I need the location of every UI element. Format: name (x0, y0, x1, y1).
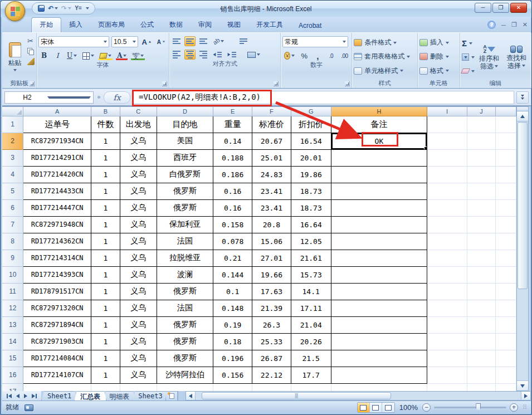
cell-F8[interactable]: 15.06 (252, 233, 291, 250)
cell-F13[interactable]: 26.3 (252, 316, 291, 333)
minimize-button[interactable]: ─ (475, 3, 491, 13)
cell-H10[interactable] (331, 266, 427, 283)
column-header-G[interactable]: G (291, 107, 331, 116)
close-button[interactable]: ✕ (510, 3, 527, 13)
cell-G12[interactable]: 17.11 (291, 300, 331, 316)
tab-insert[interactable]: 插入 (61, 18, 90, 32)
select-all-corner[interactable] (2, 107, 23, 116)
cell-E17[interactable] (213, 383, 252, 391)
row-header-1[interactable]: 1 (2, 116, 23, 133)
cell-K12[interactable] (496, 300, 516, 316)
cell-D16[interactable]: 沙特阿拉伯 (157, 367, 213, 383)
cell-B4[interactable]: 1 (91, 166, 120, 183)
row-header-3[interactable]: 3 (2, 149, 23, 166)
cell-J2[interactable] (467, 133, 496, 149)
row-header-5[interactable]: 5 (2, 183, 23, 199)
cell-D6[interactable]: 俄罗斯 (157, 199, 213, 216)
cell-H2[interactable]: OK (331, 133, 427, 149)
column-header-D[interactable]: D (157, 107, 213, 116)
row-header-15[interactable]: 15 (2, 350, 23, 367)
cell-J15[interactable] (467, 350, 496, 367)
cell-A12[interactable]: RC872971320CN (23, 300, 91, 316)
ribbon-close-icon[interactable]: ✕ (523, 21, 528, 28)
cell-J16[interactable] (467, 367, 496, 383)
page-layout-view-button[interactable] (370, 403, 382, 412)
cell-B15[interactable]: 1 (91, 350, 120, 367)
font-size-select[interactable]: 10.5 (111, 36, 138, 47)
row-header-10[interactable]: 10 (2, 266, 23, 283)
cell-K13[interactable] (496, 316, 516, 333)
font-color-button[interactable]: A (115, 51, 128, 61)
conditional-formatting-button[interactable]: 条件格式 (354, 37, 415, 48)
cell-A5[interactable]: RD177214433CN (23, 183, 91, 199)
cell-F12[interactable]: 21.39 (252, 300, 291, 316)
cell-E2[interactable]: 0.14 (213, 133, 252, 149)
row-header-13[interactable]: 13 (2, 316, 23, 333)
accounting-format-button[interactable]: ¥ (282, 51, 296, 61)
sheet-tab-sheet3[interactable]: Sheet3 (132, 391, 168, 401)
cell-G11[interactable]: 14.1 (291, 283, 331, 300)
macro-record-icon[interactable] (25, 404, 33, 411)
cell-K5[interactable] (496, 183, 516, 199)
font-dialog-launcher[interactable] (162, 81, 167, 86)
ribbon-restore-icon[interactable]: ❐ (511, 21, 517, 28)
cell-A13[interactable]: RC872971894CN (23, 316, 91, 333)
copy-icon[interactable] (27, 48, 34, 55)
resize-grip[interactable]: ⠿ (523, 404, 528, 411)
cell-F5[interactable]: 23.41 (252, 183, 291, 199)
cell-B1[interactable]: 件数 (91, 116, 120, 133)
cell-E16[interactable]: 0.156 (213, 367, 252, 383)
cell-E5[interactable]: 0.16 (213, 183, 252, 199)
cell-A3[interactable]: RD177214291CN (23, 149, 91, 166)
cell-F15[interactable]: 26.87 (252, 350, 291, 367)
cell-D11[interactable]: 俄罗斯 (157, 283, 213, 300)
insert-cells-button[interactable]: 插入 (419, 37, 458, 48)
bold-button[interactable]: B (38, 51, 50, 61)
cell-J8[interactable] (467, 233, 496, 250)
cell-K17[interactable] (496, 383, 516, 391)
cell-G4[interactable]: 19.86 (291, 166, 331, 183)
cell-H3[interactable] (331, 149, 427, 166)
cell-I8[interactable] (427, 233, 467, 250)
tab-review[interactable]: 审阅 (191, 18, 219, 32)
cell-F4[interactable]: 24.83 (252, 166, 291, 183)
zoom-out-button[interactable]: − (422, 403, 431, 412)
cell-I2[interactable] (427, 133, 467, 149)
cell-G5[interactable]: 18.73 (291, 183, 331, 199)
cell-D12[interactable]: 法国 (157, 300, 213, 316)
cell-E15[interactable]: 0.196 (213, 350, 252, 367)
cell-C9[interactable]: 义乌 (120, 250, 157, 266)
cell-J9[interactable] (467, 250, 496, 266)
cell-F11[interactable]: 17.63 (252, 283, 291, 300)
cell-H5[interactable] (331, 183, 427, 199)
cell-D2[interactable]: 美国 (157, 133, 213, 149)
tab-home[interactable]: 开始 (31, 17, 61, 32)
cell-G6[interactable]: 18.73 (291, 199, 331, 216)
cell-D13[interactable]: 俄罗斯 (157, 316, 213, 333)
row-header-6[interactable]: 6 (2, 199, 23, 216)
cell-C15[interactable]: 义乌 (120, 350, 157, 367)
cell-K1[interactable] (496, 116, 516, 133)
cell-B11[interactable]: 1 (91, 283, 120, 300)
cell-D10[interactable]: 波澜 (157, 266, 213, 283)
formula-input[interactable]: =VLOOKUP(A2,明细表!A:B,2,0) (133, 91, 514, 104)
cell-F9[interactable]: 27.01 (252, 250, 291, 266)
column-header-F[interactable]: F (252, 107, 291, 116)
cell-K9[interactable] (496, 250, 516, 266)
cell-H13[interactable] (331, 316, 427, 333)
help-icon[interactable]: ? (487, 21, 496, 29)
cell-H6[interactable] (331, 199, 427, 216)
cell-E7[interactable]: 0.158 (213, 216, 252, 233)
column-header-A[interactable]: A (23, 107, 91, 116)
decrease-indent-button[interactable] (211, 50, 223, 60)
number-format-select[interactable]: 常规 (282, 36, 348, 47)
phonetic-button[interactable]: wén文 (130, 51, 145, 61)
paste-button[interactable]: 粘贴 (4, 35, 26, 79)
cell-D9[interactable]: 拉脱维亚 (157, 250, 213, 266)
cell-J5[interactable] (467, 183, 496, 199)
tab-acrobat[interactable]: Acrobat (291, 19, 329, 32)
cell-H8[interactable] (331, 233, 427, 250)
cell-A14[interactable]: RC872971903CN (23, 333, 91, 350)
row-header-14[interactable]: 14 (2, 333, 23, 350)
cell-G3[interactable]: 20.01 (291, 149, 331, 166)
